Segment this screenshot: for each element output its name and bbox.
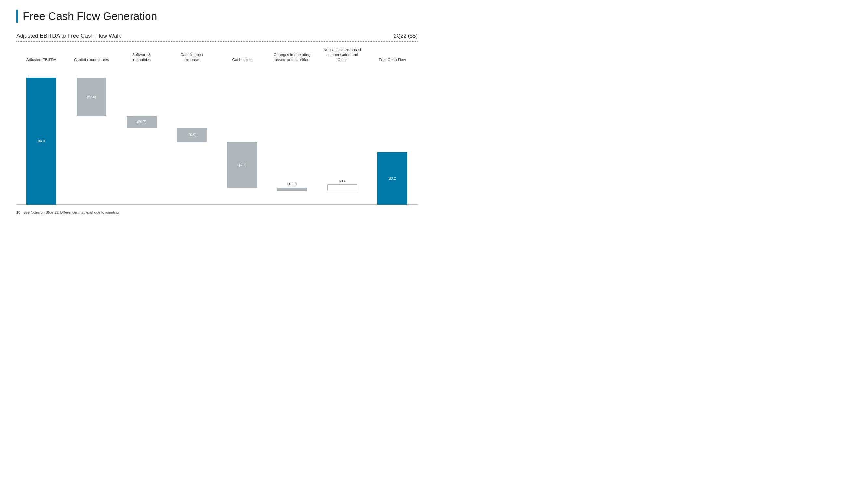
col-label-6: Noncash share-basedcompensation andOther bbox=[317, 47, 367, 62]
bar-col-7: $3.2 bbox=[367, 65, 417, 205]
bar-7: $3.2 bbox=[377, 152, 407, 205]
bar-3: ($0.9) bbox=[177, 128, 207, 142]
section-period: 2Q22 ($B) bbox=[394, 33, 418, 39]
bar-4: ($2.8) bbox=[227, 142, 257, 188]
col-label-0: Adjusted EBITDA bbox=[16, 57, 66, 62]
bar-5: ($0.2) bbox=[277, 188, 307, 191]
footnote-number: 10 bbox=[16, 210, 20, 215]
bar-6: $0.4 bbox=[327, 185, 357, 191]
col-label-7: Free Cash Flow bbox=[367, 57, 417, 62]
col-label-2: Software &intangibles bbox=[117, 53, 167, 62]
chart-labels: Adjusted EBITDACapital expendituresSoftw… bbox=[16, 47, 418, 62]
chart-area: $9.8($2.4)($0.7)($0.9)($2.8)($0.2)$0.4$3… bbox=[16, 65, 418, 205]
bar-0: $9.8 bbox=[26, 78, 56, 205]
bar-col-0: $9.8 bbox=[16, 65, 66, 205]
section-header: Adjusted EBITDA to Free Cash Flow Walk 2… bbox=[16, 33, 418, 42]
bar-col-3: ($0.9) bbox=[167, 65, 217, 205]
bar-col-5: ($0.2) bbox=[267, 65, 317, 205]
col-label-4: Cash taxes bbox=[217, 57, 267, 62]
page-title: Free Cash Flow Generation bbox=[16, 10, 418, 23]
bar-col-6: $0.4 bbox=[317, 65, 367, 205]
bar-col-4: ($2.8) bbox=[217, 65, 267, 205]
col-label-1: Capital expenditures bbox=[66, 57, 117, 62]
footnote: 10 See Notes on Slide 11; Differences ma… bbox=[16, 210, 418, 215]
bar-col-1: ($2.4) bbox=[66, 65, 117, 205]
bar-1: ($2.4) bbox=[76, 78, 106, 116]
col-label-5: Changes in operatingassets and liabiliti… bbox=[267, 53, 317, 62]
bar-col-2: ($0.7) bbox=[117, 65, 167, 205]
section-title: Adjusted EBITDA to Free Cash Flow Walk bbox=[16, 33, 121, 39]
bar-2: ($0.7) bbox=[127, 116, 157, 128]
col-label-3: Cash interestexpense bbox=[167, 53, 217, 62]
footnote-text: See Notes on Slide 11; Differences may e… bbox=[24, 210, 119, 215]
